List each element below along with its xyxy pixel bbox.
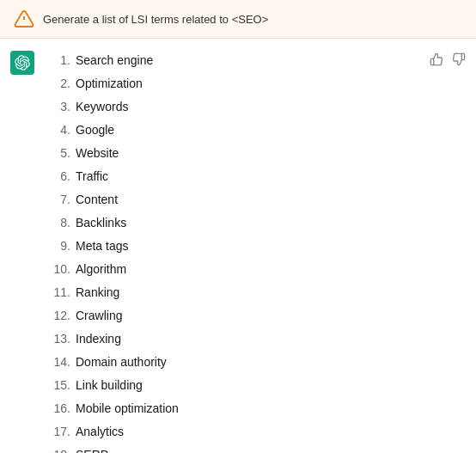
list-item-text: Indexing: [76, 330, 121, 348]
actions-column: [428, 49, 476, 453]
list-item-text: Algorithm: [76, 260, 126, 279]
list-item-text: Ranking: [76, 284, 119, 302]
list-item-number: 2.: [45, 75, 76, 93]
list-item: 18.SERP: [45, 444, 421, 453]
list-item-number: 5.: [45, 144, 76, 162]
list-item: 3.Keywords: [45, 95, 421, 119]
list-item-text: Domain authority: [76, 353, 167, 371]
list-item: 6.Traffic: [45, 165, 421, 188]
main-content: 1.Search engine2.Optimization3.Keywords4…: [0, 39, 476, 453]
list-item-number: 16.: [45, 400, 76, 418]
list-item-text: Optimization: [76, 75, 143, 93]
list-column: 1.Search engine2.Optimization3.Keywords4…: [45, 49, 428, 453]
list-item-text: Meta tags: [76, 237, 128, 255]
thumbdown-button[interactable]: [450, 51, 467, 70]
list-item-text: Analytics: [76, 423, 124, 441]
list-item-text: Mobile optimization: [76, 400, 179, 418]
list-item-number: 12.: [45, 307, 76, 325]
list-item-text: Link building: [76, 376, 143, 395]
list-item-number: 7.: [45, 191, 76, 209]
list-item: 11.Ranking: [45, 281, 421, 304]
list-item: 1.Search engine: [45, 49, 421, 72]
list-item-text: SERP: [76, 446, 108, 453]
list-item: 14.Domain authority: [45, 351, 421, 374]
list-item: 15.Link building: [45, 374, 421, 397]
header-bar: Generate a list of LSI terms related to …: [0, 0, 476, 39]
list-item-number: 15.: [45, 376, 76, 395]
list-item-text: Crawling: [76, 307, 122, 325]
list-item-text: Website: [76, 144, 119, 162]
list-item-number: 4.: [45, 121, 76, 139]
list-item: 5.Website: [45, 142, 421, 165]
thumbup-button[interactable]: [428, 51, 445, 70]
list-item: 12.Crawling: [45, 304, 421, 328]
list-item-text: Search engine: [76, 52, 153, 70]
list-item: 4.Google: [45, 119, 421, 142]
list-item-number: 8.: [45, 214, 76, 232]
list-item-text: Google: [76, 121, 114, 139]
terms-list: 1.Search engine2.Optimization3.Keywords4…: [45, 49, 421, 453]
list-item-number: 10.: [45, 260, 76, 279]
list-item-number: 17.: [45, 423, 76, 441]
list-item: 17.Analytics: [45, 420, 421, 444]
list-item-text: Keywords: [76, 98, 128, 116]
list-item-text: Traffic: [76, 168, 108, 186]
list-item-text: Backlinks: [76, 214, 126, 232]
list-item-number: 14.: [45, 353, 76, 371]
list-item-number: 11.: [45, 284, 76, 302]
list-item-number: 13.: [45, 330, 76, 348]
warning-icon: [14, 9, 34, 29]
list-item-text: Content: [76, 191, 118, 209]
header-text: Generate a list of LSI terms related to …: [43, 13, 268, 26]
list-item: 8.Backlinks: [45, 211, 421, 235]
list-item-number: 18.: [45, 446, 76, 453]
list-item: 9.Meta tags: [45, 235, 421, 258]
avatar-column: [0, 49, 45, 453]
list-item: 13.Indexing: [45, 328, 421, 351]
list-item: 7.Content: [45, 188, 421, 211]
list-item-number: 6.: [45, 168, 76, 186]
list-item-number: 9.: [45, 237, 76, 255]
list-item-number: 1.: [45, 52, 76, 70]
list-item: 2.Optimization: [45, 72, 421, 95]
avatar: [10, 51, 34, 75]
list-item: 16.Mobile optimization: [45, 397, 421, 420]
list-item: 10.Algorithm: [45, 258, 421, 281]
list-item-number: 3.: [45, 98, 76, 116]
